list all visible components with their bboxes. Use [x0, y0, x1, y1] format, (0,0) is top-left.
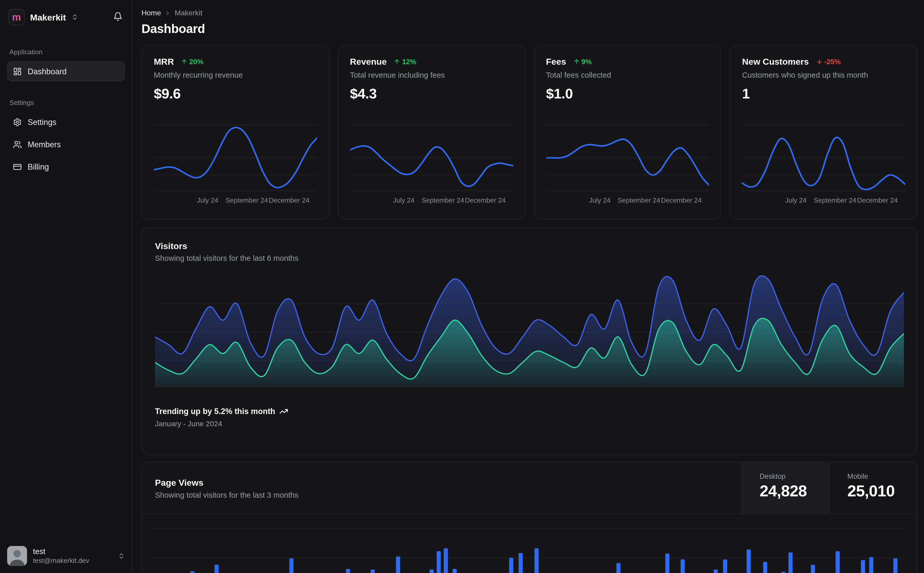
bar	[869, 557, 873, 573]
bar	[509, 558, 513, 573]
sidebar-section-label: Settings	[9, 99, 122, 106]
gridline	[152, 558, 908, 558]
arrow-up-icon	[181, 58, 187, 65]
notifications-button[interactable]	[111, 9, 125, 25]
stat-title: Fees	[546, 56, 566, 67]
bar	[788, 553, 792, 573]
sidebar-item-dashboard[interactable]: Dashboard	[7, 61, 125, 81]
sidebar-item-label: Members	[28, 140, 61, 149]
page-title: Dashboard	[141, 22, 918, 36]
main-content: Home Makerkit Dashboard MRR20%Monthly re…	[133, 0, 924, 573]
x-axis-label: December 24	[269, 197, 309, 204]
bar	[289, 558, 293, 573]
bar	[763, 562, 767, 573]
bell-icon	[113, 11, 122, 23]
user-avatar	[7, 546, 27, 566]
new-customers-sparkline	[742, 123, 905, 193]
stat-subtitle: Monthly recurring revenue	[154, 70, 317, 80]
bar	[371, 569, 375, 573]
x-axis-label: July 24	[393, 197, 414, 204]
x-axis-label: September 24	[422, 197, 464, 204]
mrr-sparkline	[154, 123, 317, 193]
x-axis-label: July 24	[197, 197, 218, 204]
visitors-trend: Trending up by 5.2% this month	[155, 407, 904, 416]
x-axis-label: September 24	[618, 197, 660, 204]
page-views-card: Page Views Showing total visitors for th…	[141, 462, 918, 573]
stat-value: $4.3	[350, 85, 513, 102]
sidebar-nav: ApplicationDashboardSettingsSettingsMemb…	[7, 48, 125, 177]
users-icon	[13, 140, 22, 149]
x-axis-label: July 24	[785, 197, 807, 204]
stat-delta: 20%	[181, 57, 203, 66]
bar	[518, 553, 522, 573]
stat-delta: 12%	[394, 57, 416, 66]
spark-x-axis: July 24September 24December 24	[546, 197, 709, 206]
brand-name: Makerkit	[30, 12, 66, 22]
user-email: test@makerkit.dev	[33, 557, 112, 565]
stat-card-new-customers: New Customers-25%Customers who signed up…	[729, 45, 918, 220]
page-views-bar-chart	[152, 527, 908, 573]
sidebar-item-label: Settings	[28, 117, 56, 126]
x-axis-label: July 24	[589, 197, 610, 204]
workspace-selector[interactable]: m Makerkit	[7, 8, 80, 27]
dashboard-icon	[13, 67, 22, 75]
x-axis-label: December 24	[465, 197, 506, 204]
sidebar-item-label: Billing	[28, 162, 49, 171]
revenue-sparkline	[350, 123, 513, 193]
spark-x-axis: July 24September 24December 24	[742, 197, 905, 206]
bar	[893, 558, 897, 573]
bar	[346, 569, 350, 573]
visitors-title: Visitors	[155, 240, 904, 253]
gear-icon	[13, 117, 22, 126]
bar	[396, 557, 400, 573]
stat-cards-row: MRR20%Monthly recurring revenue$9.6July …	[141, 45, 918, 220]
toggle-value: 25,010	[847, 482, 917, 501]
sidebar-item-billing[interactable]: Billing	[7, 157, 125, 177]
bar	[534, 548, 538, 573]
fees-sparkline	[546, 123, 709, 193]
user-menu-button[interactable]: test test@makerkit.dev	[0, 539, 132, 573]
bar	[714, 569, 718, 573]
stat-card-mrr: MRR20%Monthly recurring revenue$9.6July …	[141, 45, 329, 220]
stat-subtitle: Total fees collected	[546, 70, 709, 80]
arrow-up-icon	[394, 58, 400, 65]
breadcrumb-current: Makerkit	[175, 9, 202, 17]
stat-subtitle: Total revenue including fees	[350, 70, 513, 80]
bar	[437, 551, 441, 573]
page-views-title: Page Views	[155, 476, 298, 489]
bar	[617, 563, 621, 573]
stat-card-fees: Fees9%Total fees collected$1.0July 24Sep…	[533, 45, 722, 220]
sidebar: m Makerkit ApplicationDashboardSettingsS…	[0, 0, 133, 573]
toggle-label: Desktop	[759, 472, 829, 481]
page-views-toggle-mobile[interactable]: Mobile25,010	[829, 462, 917, 514]
x-axis-label: September 24	[225, 197, 268, 204]
toggle-label: Mobile	[847, 472, 917, 481]
bar	[443, 548, 447, 573]
page-views-toggle-desktop[interactable]: Desktop24,828	[741, 462, 829, 514]
bar	[723, 559, 728, 573]
stat-title: Revenue	[350, 56, 387, 67]
sidebar-header: m Makerkit	[7, 7, 125, 27]
stat-card-revenue: Revenue12%Total revenue including fees$4…	[337, 45, 526, 220]
visitors-area-chart	[155, 272, 904, 388]
sidebar-item-label: Dashboard	[28, 67, 67, 75]
breadcrumb-home-link[interactable]: Home	[141, 9, 161, 17]
bar	[781, 572, 786, 573]
x-axis-label: December 24	[857, 197, 898, 204]
bar	[681, 559, 685, 573]
visitors-card: Visitors Showing total visitors for the …	[141, 227, 918, 455]
page-views-header: Page Views Showing total visitors for th…	[142, 462, 917, 514]
stat-value: 1	[742, 85, 905, 102]
brand-logo: m	[8, 9, 25, 25]
sidebar-item-settings[interactable]: Settings	[7, 112, 125, 132]
x-axis-label: December 24	[661, 197, 702, 204]
stat-value: $9.6	[154, 85, 317, 102]
sidebar-section-label: Application	[9, 48, 122, 55]
app-window: m Makerkit ApplicationDashboardSettingsS…	[0, 0, 924, 573]
bar	[430, 569, 434, 573]
visitors-subtitle: Showing total visitors for the last 6 mo…	[155, 254, 904, 263]
screenshot-stage: m Makerkit ApplicationDashboardSettingsS…	[0, 0, 924, 573]
spark-x-axis: July 24September 24December 24	[154, 197, 317, 206]
sidebar-item-members[interactable]: Members	[7, 134, 125, 154]
arrow-up-icon	[573, 58, 580, 65]
